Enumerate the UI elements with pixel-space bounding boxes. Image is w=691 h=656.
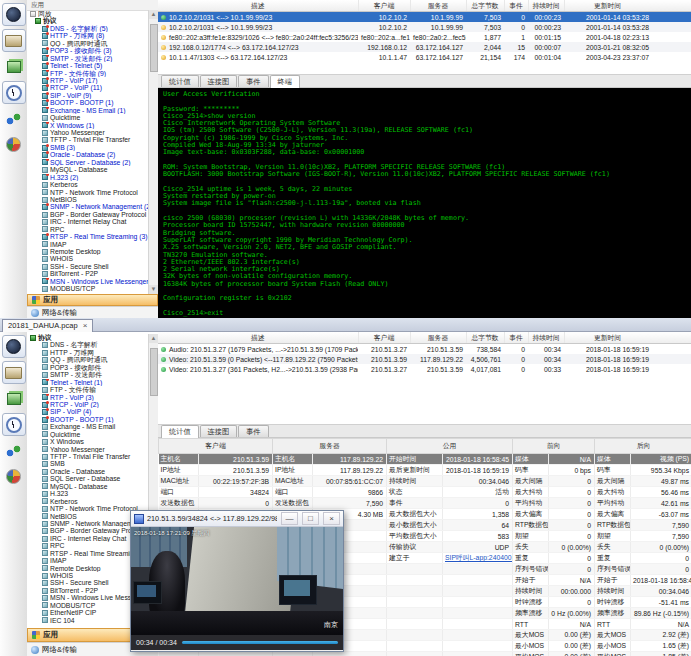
- session-row[interactable]: 10.2.10.2/1031 <--> 10.1.99.99/23 10.2.1…: [158, 22, 691, 32]
- packets-icon[interactable]: [2, 55, 26, 78]
- pie-chart-icon[interactable]: [2, 133, 26, 156]
- tree-item[interactable]: BitTorrent - P2P: [27, 270, 149, 277]
- tree-item[interactable]: BOOTP - BOOTP (1): [27, 416, 149, 423]
- tree-item[interactable]: Kerberos: [27, 498, 149, 505]
- session-row[interactable]: fe80::202:a3ff:fe1e:8329/1026 <--> fe80:…: [158, 32, 691, 42]
- tree-item[interactable]: BGP - Border Gateway Protocol: [27, 211, 149, 218]
- sidebar-section-network-transport[interactable]: 网络&传输: [27, 306, 158, 318]
- tree-item[interactable]: BOOTP - BOOTP (1): [27, 99, 149, 106]
- tree-item[interactable]: RTP - VoIP (17): [27, 77, 149, 84]
- tree-item[interactable]: NetBIOS: [27, 196, 149, 203]
- endpoints-icon[interactable]: [2, 107, 26, 130]
- column-header[interactable]: 事件: [504, 0, 528, 12]
- stats-row[interactable]: 主机名 210.51.3.59 主机名 117.89.129.22 开始时间 2…: [159, 454, 691, 465]
- tree-item[interactable]: RTCP - VoIP (2): [27, 401, 149, 408]
- close-button[interactable]: ×: [323, 512, 340, 525]
- tree-item[interactable]: SQL Server - Database: [27, 475, 149, 482]
- column-header[interactable]: 客户端: [358, 0, 410, 12]
- packets-icon[interactable]: [2, 387, 26, 410]
- stats-row[interactable]: 发送数据包 0 发送数据包 7,590 事件 0 平均抖动 0 平均抖动 42.…: [159, 498, 691, 509]
- stats-row[interactable]: 端口 34824 端口 9866 状态 活动 最大抖动 0 最大抖动 56.46…: [159, 487, 691, 498]
- column-header[interactable]: 总字节数: [466, 332, 504, 344]
- column-header[interactable]: 服务器: [410, 332, 466, 344]
- tree-item[interactable]: SQL Server - Database (2): [27, 159, 149, 166]
- scroll-down-icon[interactable]: ▼: [149, 285, 158, 294]
- tree-item[interactable]: MySQL - Database: [27, 483, 149, 490]
- detail-tab[interactable]: 统计值: [161, 75, 199, 87]
- tree-item[interactable]: FTP - 文件传输 (9): [27, 70, 149, 77]
- detail-tab[interactable]: 终端: [270, 75, 300, 88]
- video-window-titlebar[interactable]: 210.51.3.59/34824 <-> 117.89.129.22/9866…: [131, 511, 343, 527]
- tree-item[interactable]: Yahoo Messenger: [27, 446, 149, 453]
- tree-item[interactable]: FTP - 文件传输: [27, 386, 149, 393]
- detail-tab[interactable]: 统计值: [161, 425, 199, 438]
- tree-item[interactable]: RTCP - VoIP (11): [27, 84, 149, 91]
- detail-tab[interactable]: 连接图: [200, 425, 238, 437]
- tree-item[interactable]: POP3 - 接收邮件: [27, 364, 149, 371]
- tree-item[interactable]: HTTP - 万维网 (8): [27, 32, 149, 39]
- tree-item[interactable]: SNMP - Network Management (2): [27, 203, 149, 210]
- stream-row[interactable]: Video: 210.51.3.27 (361 Packets, H2...->…: [158, 364, 691, 374]
- scrollbar-thumb[interactable]: [150, 24, 158, 72]
- column-header[interactable]: 描述: [158, 0, 358, 12]
- tree-item[interactable]: Oracle - Database: [27, 468, 149, 475]
- tree-item[interactable]: Remote Desktop: [27, 248, 149, 255]
- tree-item[interactable]: SMB: [27, 460, 149, 467]
- minimize-button[interactable]: —: [281, 512, 298, 525]
- session-row[interactable]: 192.168.0.12/1774 <--> 63.172.164.127/23…: [158, 42, 691, 52]
- stream-row[interactable]: Video: 210.51.3.59 (0 Packets) <--117.89…: [158, 354, 691, 364]
- tree-item[interactable]: SSH - Secure Shell: [27, 263, 149, 270]
- tree-item[interactable]: Exchange - MS Email: [27, 423, 149, 430]
- tree-item[interactable]: 协议: [27, 17, 149, 24]
- dashboard-icon[interactable]: [2, 335, 26, 358]
- clock-icon[interactable]: [2, 413, 26, 436]
- column-header[interactable]: 事件: [504, 332, 528, 344]
- scrollbar-thumb[interactable]: [150, 348, 158, 396]
- sidebar-section-application[interactable]: 应用: [27, 294, 158, 306]
- maximize-button[interactable]: □: [302, 512, 319, 525]
- tree-item[interactable]: RPC: [27, 226, 149, 233]
- tree-item[interactable]: SIP - VoIP (4): [27, 408, 149, 415]
- tree-item[interactable]: IRC - Internet Relay Chat: [27, 218, 149, 225]
- tree-item[interactable]: TFTP - Trivial File Transfer: [27, 453, 149, 460]
- clock-icon[interactable]: [2, 81, 26, 104]
- pie-chart-icon[interactable]: [2, 465, 26, 488]
- tree-item[interactable]: H.323 (2): [27, 174, 149, 181]
- column-header[interactable]: 总字节数: [466, 0, 504, 12]
- detail-tab[interactable]: 连接图: [200, 75, 238, 87]
- log-icon[interactable]: [2, 361, 26, 384]
- column-header[interactable]: 服务器: [410, 0, 466, 12]
- detail-tab[interactable]: 事件: [238, 425, 268, 437]
- column-header[interactable]: 更新时间: [564, 0, 691, 12]
- tree-item[interactable]: Oracle - Database (2): [27, 151, 149, 158]
- column-header[interactable]: 客户端: [358, 332, 410, 344]
- tree-item[interactable]: MSN - Windows Live Messenger (1): [27, 278, 149, 285]
- tree-item[interactable]: RTSP - Real Time Streaming (3): [27, 233, 149, 240]
- log-icon[interactable]: [2, 29, 26, 52]
- tree-item[interactable]: MySQL - Database: [27, 166, 149, 173]
- tree-item[interactable]: DNS - 名字解析 (5): [27, 25, 149, 32]
- tree-item[interactable]: Telnet - Telnet (1): [27, 379, 149, 386]
- tree-item[interactable]: IMAP: [27, 241, 149, 248]
- dashboard-icon[interactable]: [2, 3, 26, 26]
- column-header[interactable]: 持续时间: [528, 332, 564, 344]
- scroll-up-icon[interactable]: ▲: [149, 334, 158, 343]
- tree-item[interactable]: NTP - Network Time Protocol: [27, 189, 149, 196]
- tree-item[interactable]: Quicktime: [27, 114, 149, 121]
- stats-row[interactable]: MAC地址 00:22:19:57:2F:3B MAC地址 00:07:85:6…: [159, 476, 691, 487]
- tree-item[interactable]: DNS - 名字解析: [27, 341, 149, 348]
- tree-item[interactable]: Quicktime: [27, 431, 149, 438]
- pcap-file-tab[interactable]: 20181_DAHUA.pcap ×: [2, 319, 93, 332]
- tree-item[interactable]: MODBUS/TCP: [27, 285, 149, 292]
- tree-item[interactable]: QQ - 腾讯即时通讯: [27, 356, 149, 363]
- tree-item[interactable]: Kerberos: [27, 181, 149, 188]
- tree-item[interactable]: QQ - 腾讯即时通讯: [27, 40, 149, 47]
- tree-item[interactable]: Yahoo Messenger: [27, 129, 149, 136]
- endpoints-icon[interactable]: [2, 439, 26, 462]
- session-row[interactable]: 10.1.1.47/1303 <--> 63.172.164.127/23 10…: [158, 52, 691, 62]
- session-row[interactable]: 10.2.10.2/1031 <--> 10.1.99.99/23 10.2.1…: [158, 12, 691, 23]
- tree-item[interactable]: 回放: [27, 10, 149, 17]
- tree-item[interactable]: SMB (3): [27, 144, 149, 151]
- tree-item[interactable]: HTTP - 万维网: [27, 349, 149, 356]
- stream-row[interactable]: Audio: 210.51.3.27 (1679 Packets, ...->2…: [158, 344, 691, 355]
